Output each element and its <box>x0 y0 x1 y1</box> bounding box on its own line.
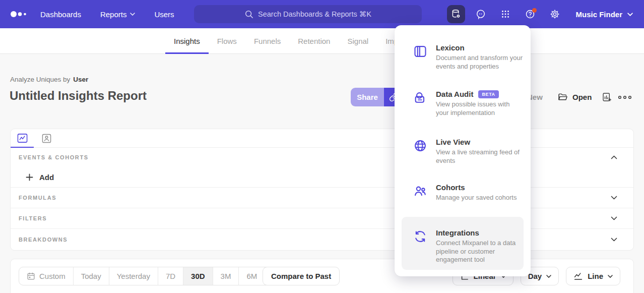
events-cohorts-label: EVENTS & COHORTS <box>19 154 89 160</box>
menu-item-title: Integrations <box>436 228 479 237</box>
compare-to-past-button[interactable]: Compare to Past <box>263 267 340 285</box>
nav-right-cluster: Music Finder <box>447 0 635 28</box>
chart-square-icon <box>17 133 28 143</box>
tab-signal[interactable]: Signal <box>339 28 377 54</box>
feedback-button[interactable] <box>472 5 490 23</box>
nav-users[interactable]: Users <box>154 10 174 19</box>
top-nav: Dashboards Reports Users Search Dashboar… <box>0 0 644 28</box>
menu-item-title: Live View <box>436 138 470 146</box>
open-label: Open <box>572 93 592 101</box>
menu-item-cohorts[interactable]: Cohorts Manage your saved cohorts <box>402 183 524 202</box>
project-name: Music Finder <box>575 10 622 19</box>
chevron-down-icon <box>627 13 633 16</box>
settings-button[interactable] <box>546 5 564 23</box>
menu-item-description: Document and transform your events and p… <box>436 54 523 71</box>
integrations-icon <box>413 229 427 244</box>
global-search-input[interactable]: Search Dashboards & Reports ⌘K <box>194 5 422 23</box>
add-to-dashboard-button[interactable] <box>602 88 612 106</box>
share-button[interactable]: Share <box>351 88 384 106</box>
range-30d[interactable]: 30D <box>183 267 213 285</box>
menu-item-text: Cohorts Manage your saved cohorts <box>436 183 523 202</box>
nav-users-label: Users <box>154 10 174 19</box>
menu-item-title: Lexicon <box>436 43 465 52</box>
chart-add-icon <box>602 92 612 102</box>
chevron-down-icon <box>608 275 613 278</box>
analyze-entity-selector[interactable]: User <box>73 76 88 83</box>
chart-type-value: Line <box>588 272 603 280</box>
query-builder-card: EVENTS & COHORTS Add FORMULAS FILTERS BR… <box>10 129 634 251</box>
plus-icon <box>26 173 33 181</box>
range-custom[interactable]: Custom <box>19 267 73 285</box>
menu-item-text: Integrations Connect Mixpanel to a data … <box>436 228 523 270</box>
report-title[interactable]: Untitled Insights Report <box>10 89 147 103</box>
menu-item-text: Live View View a live streaming feed of … <box>436 138 523 165</box>
chevron-down-icon[interactable] <box>611 216 617 220</box>
tab-retention[interactable]: Retention <box>289 28 339 54</box>
formulas-section-header[interactable]: FORMULAS <box>11 188 633 208</box>
events-mode-tab[interactable] <box>17 133 28 144</box>
profiles-mode-tab[interactable] <box>41 133 52 144</box>
menu-item-title: Cohorts <box>436 183 465 192</box>
live-view-icon <box>413 139 427 153</box>
menu-item-description: View possible issues with your implement… <box>436 100 523 117</box>
data-audit-icon <box>413 91 427 105</box>
cohorts-icon <box>413 184 427 198</box>
range-6m[interactable]: 6M <box>238 267 265 285</box>
breakdowns-section-header[interactable]: BREAKDOWNS <box>11 229 633 250</box>
menu-item-description: View a live streaming feed of events <box>436 148 523 165</box>
events-cohorts-section-header[interactable]: EVENTS & COHORTS <box>11 148 633 167</box>
chart-controls-card: Custom Today Yesterday 7D 30D 3M 6M 12M … <box>10 259 634 293</box>
menu-item-integrations[interactable]: Integrations Connect Mixpanel to a data … <box>402 217 524 270</box>
interval-value: Day <box>528 272 542 280</box>
builder-mode-tabs <box>11 129 633 148</box>
range-custom-label: Custom <box>39 272 66 280</box>
help-button[interactable] <box>521 5 539 23</box>
search-icon <box>244 10 253 19</box>
folder-icon <box>557 92 568 102</box>
analyze-uniques-line: Analyze Uniques byUser <box>10 76 88 83</box>
chart-type-dropdown[interactable]: Line <box>566 267 620 285</box>
add-event-button[interactable]: Add <box>26 173 54 182</box>
menu-item-live-view[interactable]: Live View View a live streaming feed of … <box>402 138 524 165</box>
data-management-dropdown: Lexicon Document and transform your even… <box>395 25 531 276</box>
data-management-button[interactable] <box>447 5 465 23</box>
primary-nav: Dashboards Reports Users <box>40 10 174 19</box>
nav-dashboards[interactable]: Dashboards <box>40 10 81 19</box>
person-square-icon <box>42 134 51 143</box>
range-today[interactable]: Today <box>73 267 109 285</box>
chevron-down-icon <box>130 13 135 16</box>
filters-section-header[interactable]: FILTERS <box>11 208 633 229</box>
database-gear-icon <box>450 9 462 20</box>
more-options-button[interactable] <box>618 88 632 106</box>
menu-item-lexicon[interactable]: Lexicon Document and transform your even… <box>402 43 524 71</box>
menu-item-title: Data Audit <box>436 90 473 98</box>
chevron-down-icon[interactable] <box>611 196 617 200</box>
lexicon-icon <box>413 44 427 58</box>
date-range-segmented-control: Custom Today Yesterday 7D 30D 3M 6M 12M <box>19 267 295 285</box>
menu-item-data-audit[interactable]: Data Audit BETA View possible issues wit… <box>402 90 524 117</box>
ellipsis-icon <box>618 95 632 99</box>
chevron-up-icon[interactable] <box>611 155 617 159</box>
range-3m[interactable]: 3M <box>213 267 239 285</box>
tab-insights[interactable]: Insights <box>165 28 209 54</box>
tab-flows[interactable]: Flows <box>209 28 245 54</box>
apps-menu-button[interactable] <box>496 5 514 23</box>
beta-badge: BETA <box>478 90 498 98</box>
report-tabbar: Insights Flows Funnels Retention Signal … <box>0 28 644 54</box>
tab-funnels[interactable]: Funnels <box>245 28 289 54</box>
nav-reports-label: Reports <box>100 10 127 19</box>
notification-dot <box>532 8 537 13</box>
mixpanel-logo-icon[interactable] <box>10 10 30 18</box>
nav-dashboards-label: Dashboards <box>40 10 81 19</box>
chevron-down-icon[interactable] <box>611 238 617 242</box>
apps-grid-icon <box>500 9 511 20</box>
add-event-row: Add <box>11 167 633 188</box>
range-7d[interactable]: 7D <box>158 267 183 285</box>
open-report-button[interactable]: Open <box>557 88 592 106</box>
menu-item-text: Data Audit BETA View possible issues wit… <box>436 90 523 117</box>
calendar-icon <box>27 272 35 280</box>
project-switcher[interactable]: Music Finder <box>575 10 635 19</box>
nav-reports[interactable]: Reports <box>100 10 136 19</box>
analyze-label: Analyze Uniques by <box>10 76 70 83</box>
range-yesterday[interactable]: Yesterday <box>109 267 158 285</box>
